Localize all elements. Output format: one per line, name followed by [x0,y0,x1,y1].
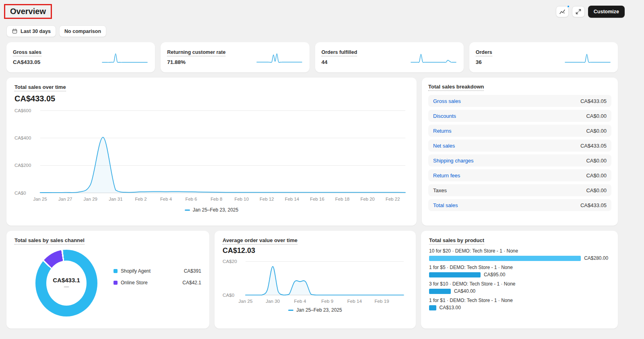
svg-text:Feb 14: Feb 14 [285,197,299,201]
svg-text:Jan 30: Jan 30 [266,298,280,304]
avg-order-value: CA$12.03 [223,247,408,255]
breakdown-value: CA$0.00 [586,158,607,164]
calendar-icon [12,28,18,34]
svg-text:Feb 2: Feb 2 [135,197,147,201]
total-sales-over-time-title[interactable]: Total sales over time [14,84,66,91]
breakdown-label: Taxes [433,187,447,193]
svg-text:CA$20: CA$20 [223,259,237,264]
svg-text:Jan 31: Jan 31 [109,197,122,201]
page-header: Overview Customize [0,0,644,19]
metric-card-orders[interactable]: Orders 36 [469,42,618,72]
metric-label[interactable]: Orders fulfilled [322,49,357,56]
svg-text:Jan 25: Jan 25 [238,298,253,304]
main-chart-row: Total sales over time CA$433.05 CA$0CA$2… [6,78,618,226]
dashboard-content: Gross sales CA$433.05 Returning customer… [0,42,644,329]
total-sales-breakdown-card: Total sales breakdown Gross sales CA$433… [422,78,618,226]
sales-by-product-card: Total sales by product 10 for $20 · DEMO… [421,231,618,329]
metric-card-returning-customer-rate[interactable]: Returning customer rate 71.88% [161,42,309,72]
product-item: 1 for $1 · DEMO: Tech Store - 1 · None C… [429,298,610,310]
breakdown-link[interactable]: Returns [433,128,452,134]
swatch-icon [114,269,118,273]
date-range-label: Last 30 days [21,29,51,34]
svg-text:Feb 19: Feb 19 [374,298,389,304]
donut-area: CA$433.1 — Shopify Agent CA$391 Online S… [14,250,201,316]
product-bar [429,272,481,277]
breakdown-link[interactable]: Discounts [433,113,456,119]
donut-total-value: CA$433.1 [53,277,80,284]
breakdown-row-taxes: Taxes CA$0.00 [428,184,611,196]
metric-card-gross-sales[interactable]: Gross sales CA$433.05 [6,42,155,72]
product-value: CA$13.00 [440,305,461,310]
breakdown-link[interactable]: Net sales [433,143,455,149]
breakdown-value: CA$433.05 [580,143,607,149]
svg-text:Feb 12: Feb 12 [260,197,274,201]
metric-card-row: Gross sales CA$433.05 Returning customer… [6,42,618,72]
svg-text:CA$0: CA$0 [14,191,26,195]
avg-order-value-title[interactable]: Average order value over time [223,237,297,244]
magic-insights-icon [559,8,566,15]
total-sales-breakdown-title[interactable]: Total sales breakdown [428,84,484,91]
breakdown-value: CA$433.05 [580,202,607,208]
svg-text:CA$200: CA$200 [14,163,31,168]
page-title-highlight: Overview [4,4,52,19]
fullscreen-button[interactable] [572,6,585,17]
metric-value: 36 [476,59,492,65]
sales-by-channel-title[interactable]: Total sales by sales channel [14,237,85,244]
breakdown-row-net-sales: Net sales CA$433.05 [428,140,611,152]
chart-legend: Jan 25–Feb 23, 2025 [223,307,408,313]
legend-label: Shopify Agent [121,268,184,274]
breakdown-link[interactable]: Return fees [433,173,460,179]
metric-label[interactable]: Returning customer rate [167,49,225,56]
donut-comparison-placeholder: — [64,284,69,290]
product-item: 3 for $10 · DEMO: Tech Store - 1 · None … [429,281,610,294]
svg-text:Jan 29: Jan 29 [84,197,97,201]
metric-label[interactable]: Orders [476,49,492,56]
avg-order-value-card: Average order value over time CA$12.03 C… [215,231,416,329]
svg-text:Feb 10: Feb 10 [234,197,249,201]
metric-value: 44 [322,59,357,65]
svg-text:CA$600: CA$600 [14,108,31,113]
breakdown-link[interactable]: Gross sales [433,98,461,104]
breakdown-value: CA$0.00 [586,187,607,193]
insights-button[interactable] [556,6,569,17]
comparison-button[interactable]: No comparison [59,25,106,37]
breakdown-row-gross-sales: Gross sales CA$433.05 [428,95,611,107]
date-range-button[interactable]: Last 30 days [6,25,56,37]
orders-sparkline [564,50,611,65]
svg-text:CA$400: CA$400 [14,136,31,140]
svg-text:Feb 22: Feb 22 [386,197,400,201]
channel-legend: Shopify Agent CA$391 Online Store CA$42.… [114,268,201,316]
fullscreen-expand-icon [575,8,582,15]
metric-label[interactable]: Gross sales [13,49,41,56]
product-bar [429,289,451,294]
svg-text:Feb 4: Feb 4 [294,298,306,304]
filter-bar: Last 30 days No comparison [0,19,644,42]
product-label: 3 for $10 · DEMO: Tech Store - 1 · None [429,281,610,287]
product-item: 10 for $20 · DEMO: Tech Store - 1 · None… [429,248,610,261]
svg-text:Feb 20: Feb 20 [360,197,375,201]
svg-text:Feb 18: Feb 18 [335,197,350,201]
metric-card-orders-fulfilled[interactable]: Orders fulfilled 44 [315,42,464,72]
total-sales-line-chart: CA$0CA$200CA$400CA$600Jan 25Jan 27Jan 29… [14,106,409,206]
breakdown-link[interactable]: Shipping charges [433,158,473,164]
avg-order-value-line-chart: CA$0CA$20Jan 25Jan 30Feb 4Feb 9Feb 14Feb… [223,257,408,306]
total-sales-over-time-card: Total sales over time CA$433.05 CA$0CA$2… [6,78,417,226]
breakdown-link[interactable]: Total sales [433,202,458,208]
metric-info: Gross sales CA$433.05 [13,49,41,65]
legend-value: CA$42.1 [182,280,201,286]
legend-label: Jan 25–Feb 23, 2025 [296,307,342,313]
customize-button[interactable]: Customize [588,6,625,18]
breakdown-rows: Gross sales CA$433.05 Discounts CA$0.00 … [428,95,611,211]
orders-fulfilled-sparkline [410,50,457,65]
legend-item-online-store: Online Store CA$42.1 [114,280,201,286]
comparison-label: No comparison [64,29,101,34]
product-bar [429,305,436,310]
sales-by-channel-card: Total sales by sales channel CA$433.1 — … [6,231,209,329]
gross-sales-sparkline [101,50,149,65]
metric-value: 71.88% [167,59,225,65]
metric-info: Orders 36 [476,49,492,65]
total-sales-value: CA$433.05 [14,94,409,103]
sales-by-product-title[interactable]: Total sales by product [429,237,484,244]
svg-text:Feb 8: Feb 8 [211,197,222,201]
product-value: CA$280.00 [584,255,608,261]
